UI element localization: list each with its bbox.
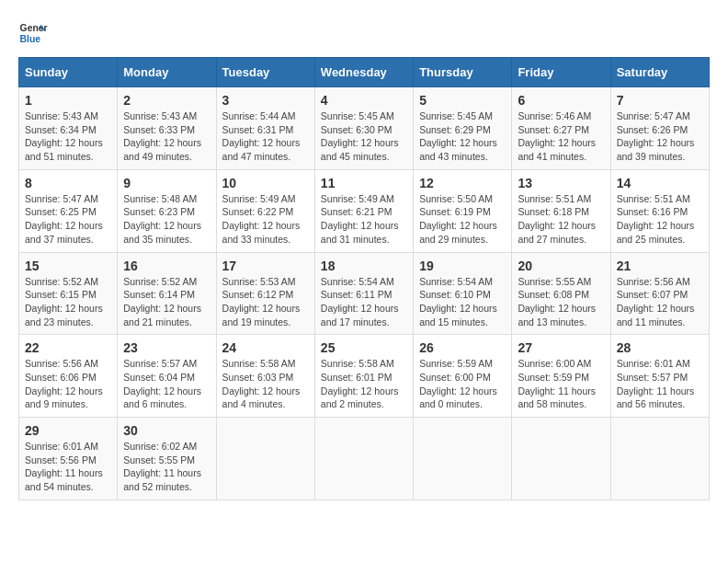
calendar-cell: 27 Sunrise: 6:00 AM Sunset: 5:59 PM Dayl… — [512, 335, 610, 418]
calendar-cell: 16 Sunrise: 5:52 AM Sunset: 6:14 PM Dayl… — [118, 252, 216, 335]
calendar-week-row: 1 Sunrise: 5:43 AM Sunset: 6:34 PM Dayli… — [19, 87, 710, 170]
day-info: Sunrise: 5:50 AM Sunset: 6:19 PM Dayligh… — [419, 192, 506, 247]
day-number: 17 — [222, 259, 309, 273]
calendar-cell: 1 Sunrise: 5:43 AM Sunset: 6:34 PM Dayli… — [19, 87, 118, 170]
calendar-cell: 15 Sunrise: 5:52 AM Sunset: 6:15 PM Dayl… — [19, 252, 118, 335]
weekday-header: Saturday — [610, 58, 709, 87]
calendar-cell: 28 Sunrise: 6:01 AM Sunset: 5:57 PM Dayl… — [610, 335, 709, 418]
logo: General Blue — [18, 18, 48, 48]
day-info: Sunrise: 5:51 AM Sunset: 6:18 PM Dayligh… — [518, 192, 604, 247]
day-number: 23 — [123, 340, 210, 355]
day-info: Sunrise: 5:51 AM Sunset: 6:16 PM Dayligh… — [617, 192, 703, 247]
day-number: 26 — [419, 340, 506, 355]
day-info: Sunrise: 5:45 AM Sunset: 6:30 PM Dayligh… — [321, 109, 407, 164]
calendar-cell: 26 Sunrise: 5:59 AM Sunset: 6:00 PM Dayl… — [414, 335, 512, 418]
calendar-cell: 13 Sunrise: 5:51 AM Sunset: 6:18 PM Dayl… — [512, 169, 610, 252]
day-info: Sunrise: 5:55 AM Sunset: 6:08 PM Dayligh… — [518, 275, 604, 329]
calendar-cell: 4 Sunrise: 5:45 AM Sunset: 6:30 PM Dayli… — [314, 87, 413, 170]
calendar-cell: 18 Sunrise: 5:54 AM Sunset: 6:11 PM Dayl… — [314, 252, 413, 335]
day-info: Sunrise: 5:43 AM Sunset: 6:34 PM Dayligh… — [25, 109, 111, 164]
day-info: Sunrise: 5:46 AM Sunset: 6:27 PM Dayligh… — [518, 109, 604, 164]
weekday-header: Wednesday — [314, 58, 413, 87]
day-number: 3 — [222, 93, 309, 108]
day-number: 8 — [25, 176, 111, 190]
day-number: 19 — [419, 259, 506, 273]
calendar-cell: 24 Sunrise: 5:58 AM Sunset: 6:03 PM Dayl… — [216, 335, 314, 418]
calendar-cell: 25 Sunrise: 5:58 AM Sunset: 6:01 PM Dayl… — [314, 335, 413, 418]
day-number: 12 — [419, 176, 506, 190]
day-info: Sunrise: 6:01 AM Sunset: 5:56 PM Dayligh… — [25, 440, 111, 494]
day-info: Sunrise: 5:56 AM Sunset: 6:06 PM Dayligh… — [25, 357, 111, 411]
calendar-week-row: 22 Sunrise: 5:56 AM Sunset: 6:06 PM Dayl… — [19, 335, 710, 418]
day-number: 29 — [25, 423, 111, 438]
calendar-cell: 30 Sunrise: 6:02 AM Sunset: 5:55 PM Dayl… — [118, 418, 216, 500]
calendar-cell: 3 Sunrise: 5:44 AM Sunset: 6:31 PM Dayli… — [216, 87, 314, 170]
calendar-cell: 29 Sunrise: 6:01 AM Sunset: 5:56 PM Dayl… — [19, 418, 118, 500]
day-number: 13 — [518, 176, 604, 190]
weekday-header: Friday — [512, 58, 610, 87]
day-number: 14 — [617, 176, 703, 190]
day-number: 24 — [222, 340, 309, 355]
day-number: 7 — [617, 93, 703, 108]
weekday-header: Tuesday — [216, 58, 314, 87]
day-info: Sunrise: 5:44 AM Sunset: 6:31 PM Dayligh… — [222, 109, 309, 164]
calendar-cell — [216, 418, 314, 500]
day-number: 28 — [617, 340, 703, 355]
day-info: Sunrise: 5:43 AM Sunset: 6:33 PM Dayligh… — [123, 109, 210, 164]
day-info: Sunrise: 5:54 AM Sunset: 6:10 PM Dayligh… — [419, 275, 506, 329]
calendar-cell: 23 Sunrise: 5:57 AM Sunset: 6:04 PM Dayl… — [118, 335, 216, 418]
calendar-cell: 11 Sunrise: 5:49 AM Sunset: 6:21 PM Dayl… — [314, 169, 413, 252]
day-info: Sunrise: 5:58 AM Sunset: 6:03 PM Dayligh… — [222, 357, 309, 411]
day-number: 27 — [518, 340, 604, 355]
weekday-header: Sunday — [19, 58, 118, 87]
day-number: 6 — [518, 93, 604, 108]
day-info: Sunrise: 5:47 AM Sunset: 6:26 PM Dayligh… — [617, 109, 703, 164]
day-info: Sunrise: 5:52 AM Sunset: 6:15 PM Dayligh… — [25, 275, 111, 329]
calendar-cell: 22 Sunrise: 5:56 AM Sunset: 6:06 PM Dayl… — [19, 335, 118, 418]
calendar-cell: 5 Sunrise: 5:45 AM Sunset: 6:29 PM Dayli… — [414, 87, 512, 170]
day-info: Sunrise: 5:54 AM Sunset: 6:11 PM Dayligh… — [321, 275, 407, 329]
calendar-table: SundayMondayTuesdayWednesdayThursdayFrid… — [18, 57, 710, 500]
day-number: 10 — [222, 176, 309, 190]
calendar-cell: 12 Sunrise: 5:50 AM Sunset: 6:19 PM Dayl… — [414, 169, 512, 252]
page-header: General Blue — [18, 18, 710, 48]
calendar-cell: 2 Sunrise: 5:43 AM Sunset: 6:33 PM Dayli… — [118, 87, 216, 170]
day-number: 11 — [321, 176, 407, 190]
day-info: Sunrise: 5:49 AM Sunset: 6:22 PM Dayligh… — [222, 192, 309, 247]
calendar-cell — [610, 418, 709, 500]
day-number: 15 — [25, 259, 111, 273]
day-number: 25 — [321, 340, 407, 355]
day-info: Sunrise: 5:58 AM Sunset: 6:01 PM Dayligh… — [321, 357, 407, 411]
day-info: Sunrise: 5:47 AM Sunset: 6:25 PM Dayligh… — [25, 192, 111, 247]
day-info: Sunrise: 5:49 AM Sunset: 6:21 PM Dayligh… — [321, 192, 407, 247]
day-number: 22 — [25, 340, 111, 355]
calendar-cell — [314, 418, 413, 500]
calendar-cell: 7 Sunrise: 5:47 AM Sunset: 6:26 PM Dayli… — [610, 87, 709, 170]
svg-text:Blue: Blue — [20, 34, 41, 44]
day-number: 20 — [518, 259, 604, 273]
calendar-cell: 8 Sunrise: 5:47 AM Sunset: 6:25 PM Dayli… — [19, 169, 118, 252]
day-info: Sunrise: 6:02 AM Sunset: 5:55 PM Dayligh… — [123, 440, 210, 494]
calendar-cell — [414, 418, 512, 500]
day-info: Sunrise: 5:53 AM Sunset: 6:12 PM Dayligh… — [222, 275, 309, 329]
day-info: Sunrise: 5:48 AM Sunset: 6:23 PM Dayligh… — [123, 192, 210, 247]
calendar-cell — [512, 418, 610, 500]
day-info: Sunrise: 5:45 AM Sunset: 6:29 PM Dayligh… — [419, 109, 506, 164]
day-number: 9 — [123, 176, 210, 190]
day-number: 1 — [25, 93, 111, 108]
weekday-header: Thursday — [414, 58, 512, 87]
day-number: 2 — [123, 93, 210, 108]
calendar-week-row: 29 Sunrise: 6:01 AM Sunset: 5:56 PM Dayl… — [19, 418, 710, 500]
calendar-cell: 20 Sunrise: 5:55 AM Sunset: 6:08 PM Dayl… — [512, 252, 610, 335]
day-number: 21 — [617, 259, 703, 273]
calendar-cell: 10 Sunrise: 5:49 AM Sunset: 6:22 PM Dayl… — [216, 169, 314, 252]
day-info: Sunrise: 5:57 AM Sunset: 6:04 PM Dayligh… — [123, 357, 210, 411]
day-number: 16 — [123, 259, 210, 273]
calendar-cell: 9 Sunrise: 5:48 AM Sunset: 6:23 PM Dayli… — [118, 169, 216, 252]
calendar-week-row: 15 Sunrise: 5:52 AM Sunset: 6:15 PM Dayl… — [19, 252, 710, 335]
day-number: 30 — [123, 423, 210, 438]
day-number: 5 — [419, 93, 506, 108]
day-info: Sunrise: 6:01 AM Sunset: 5:57 PM Dayligh… — [617, 357, 703, 411]
day-number: 4 — [321, 93, 407, 108]
calendar-week-row: 8 Sunrise: 5:47 AM Sunset: 6:25 PM Dayli… — [19, 169, 710, 252]
